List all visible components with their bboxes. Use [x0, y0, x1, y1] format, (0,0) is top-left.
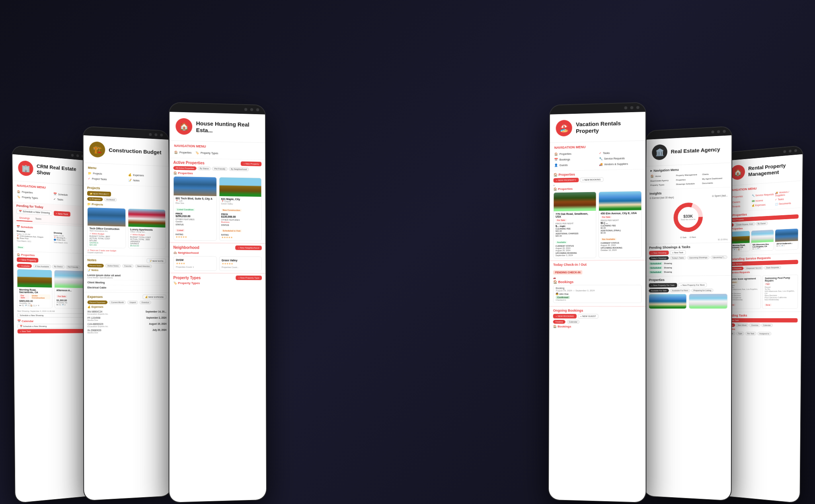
- project-card-1[interactable]: Tech Office Construction Tech Innovation…: [87, 207, 126, 249]
- filter-recent-notes[interactable]: Recent Notes: [87, 264, 103, 268]
- filter-not-available[interactable]: ✗ Not Available: [33, 264, 51, 269]
- neighborhood-card-2[interactable]: Green Valley ★★★★★ Properties Count...: [219, 256, 262, 271]
- neighborhood-card-1[interactable]: Dt/SM ★★★★ Properties Count: 1: [173, 256, 216, 271]
- sr-item-2[interactable]: Swimming Pool Pump Repairs High Repair T…: [762, 274, 798, 309]
- project-card-2[interactable]: Luxury Apartments Urban Living Sol... ✓ …: [128, 208, 166, 249]
- property-h-card-2[interactable]: 621 Maple, City 📍 Charm Green Valley New…: [219, 177, 262, 241]
- nav-a-clients[interactable]: Clients: [702, 171, 727, 177]
- filter-calendar[interactable]: Calendar: [567, 320, 579, 324]
- new-task-calendar-btn[interactable]: + New Task: [18, 329, 89, 334]
- property-h-card-1[interactable]: 801 Tech Blvd, Suite 5, City A 📍 Loft Bl…: [173, 176, 216, 241]
- filter-by-status-h[interactable]: By Status: [197, 167, 211, 171]
- new-property-type-btn[interactable]: + New Property Type: [236, 276, 262, 280]
- new-task-btn[interactable]: + New Task: [54, 211, 70, 216]
- nav-h-properties[interactable]: 🏠Properties: [174, 150, 191, 155]
- filter-available-sale[interactable]: Available For Sale: [649, 289, 669, 292]
- nav-a-my-dashboard[interactable]: My Agent Dashboard: [702, 176, 727, 181]
- tasks-filter-type[interactable]: Type: [736, 332, 744, 335]
- nav-title-5: Navigation Menu: [653, 168, 679, 172]
- tab-showings[interactable]: Showings: [16, 215, 32, 222]
- vacation-card-2[interactable]: 450 Elm Avenue, City E, USA For Sale PRI…: [598, 191, 641, 258]
- filter-dash-requests[interactable]: Dash Requests: [764, 266, 781, 270]
- filter-needs-attention[interactable]: Need Attention: [135, 264, 152, 268]
- nav-a-property-mgmt[interactable]: Property Management: [676, 172, 701, 177]
- filter-tasks-next-week[interactable]: Next Week: [735, 323, 749, 327]
- schedule-calendar-btn[interactable]: 📅 Schedule a New Showing: [18, 324, 89, 329]
- new-neighborhood-btn[interactable]: + New Neighborhood: [236, 245, 262, 250]
- nav-v-properties[interactable]: 🏠Properties: [554, 151, 596, 156]
- new-showing-btn[interactable]: + New Showing: [649, 251, 669, 255]
- nav-a-properties[interactable]: Properties: [676, 177, 701, 182]
- booking-card-1[interactable]: Booking August 29, 2024 — September 3, 2…: [553, 285, 642, 303]
- filter-preparing[interactable]: Preparing for Listing: [691, 288, 714, 292]
- nav-v-tasks[interactable]: ✓Tasks: [599, 150, 641, 156]
- new-task-r-btn[interactable]: + New Task: [726, 318, 797, 323]
- schedule-showing-bottom-btn[interactable]: Schedule a New Showing: [17, 313, 88, 317]
- filter-current-month[interactable]: Current Month: [109, 301, 126, 304]
- filter-tasks-overdue[interactable]: Overdue: [749, 323, 760, 327]
- property-card-1[interactable]: Morning Road, Sacramento, CA For Sale Un…: [17, 269, 53, 308]
- showing-item-3[interactable]: Scheduled Showing: [649, 269, 728, 274]
- new-note-btn[interactable]: 📝 NEW NOTE: [146, 259, 166, 263]
- new-task-a-btn[interactable]: + New Task: [670, 250, 686, 255]
- tasks-filter-per-task[interactable]: Per Task: [745, 332, 756, 335]
- a-property-card-2[interactable]: [689, 294, 728, 309]
- nav-a-real-estate[interactable]: Real Estate Agency: [650, 178, 675, 183]
- nav-v-vendors[interactable]: 🚚Vendors & Suppliers: [599, 161, 641, 167]
- new-booking-btn[interactable]: + NEW BOOKING: [580, 177, 603, 182]
- filter-available[interactable]: ✓ Available: [17, 264, 31, 268]
- filter-by-neighborhood[interactable]: By Neighborhood: [229, 167, 249, 171]
- schedule-showing-btn[interactable]: 📅 Schedule a New Showing: [16, 209, 52, 216]
- filter-all-active[interactable]: All Active Properties: [174, 166, 197, 170]
- filter-tasks-calendar[interactable]: Calendar: [761, 323, 773, 327]
- new-property-v-btn[interactable]: + NEW PROPERTY: [554, 178, 579, 183]
- nav-a-documents[interactable]: Documents: [702, 181, 727, 185]
- nav-v-service-requests[interactable]: 🔧Service Requests: [599, 156, 641, 161]
- nav-notes[interactable]: 📝Notes: [128, 178, 165, 184]
- filter-pet-friendly-h[interactable]: Pet Friendly: [212, 167, 228, 171]
- new-property-rent-btn[interactable]: + New Property For Rent: [678, 283, 707, 287]
- new-guest-btn[interactable]: + NEW GUEST: [578, 314, 599, 319]
- filter-favorite[interactable]: Favorite: [122, 264, 134, 268]
- filter-todays-tasks[interactable]: Today's Tasks: [670, 256, 686, 260]
- new-property-sale-btn[interactable]: + New Property For Sale: [649, 283, 677, 287]
- filter-upcoming-tasks[interactable]: Upcoming T...: [711, 255, 727, 259]
- filter-timeline[interactable]: Timeline: [553, 320, 565, 324]
- new-property-h-btn[interactable]: + New Property: [241, 162, 261, 166]
- new-property-btn[interactable]: + New Property: [17, 257, 39, 263]
- nav-h-property-types[interactable]: 🏷️Property Types: [195, 150, 218, 156]
- a-property-card-1[interactable]: [649, 294, 686, 309]
- nav-v-bookings[interactable]: 📅Bookings: [554, 156, 596, 162]
- filter-available-rent[interactable]: Available For Rent: [670, 289, 690, 292]
- filter-upcoming-showings[interactable]: Upcoming Showings: [687, 256, 710, 260]
- tab-tasks[interactable]: Tasks: [33, 216, 44, 222]
- nav-project-tasks[interactable]: ✓Project Tasks: [88, 176, 125, 182]
- sr-item-1[interactable]: Update lease agreement Medium Repair To …: [726, 275, 761, 309]
- filter-r-create[interactable]: Create Expens. from: [734, 222, 755, 226]
- nav-a-property-types[interactable]: Property Types: [650, 183, 675, 187]
- tasks-filter-assigned[interactable]: Assigned to: [757, 332, 771, 335]
- nav-r-documents[interactable]: 📄 Documents: [775, 201, 798, 206]
- nav-v-guests[interactable]: 👤Guests: [554, 162, 596, 167]
- filter-unqueued[interactable]: Unqueued Service: [744, 266, 763, 270]
- filter-in-progress[interactable]: In Progress: [87, 197, 103, 201]
- nav-a-showings[interactable]: Showings Schedule: [676, 181, 701, 186]
- nav-a-home[interactable]: 🏠Home: [650, 173, 675, 179]
- filter-active-notes[interactable]: Active Notes: [105, 264, 121, 268]
- r-property-card-2[interactable]: 520 Afternoon Ave, Los Angeles, CA 🛏 2 |…: [751, 230, 774, 251]
- filter-by-status[interactable]: By Status: [52, 265, 65, 269]
- nav-r-expenses[interactable]: 💰 Expenses: [752, 202, 774, 208]
- new-project-btn[interactable]: 📁 NEW PROJECT: [87, 191, 111, 197]
- vacation-card-1[interactable]: 779 Oak Road, Smalltown, USA For Sale PR…: [553, 192, 596, 259]
- filter-overdue[interactable]: Overdue: [139, 301, 151, 304]
- filter-recent-expenses[interactable]: Recent Expenses: [88, 300, 108, 304]
- filter-unpaid[interactable]: Unpaid: [127, 301, 138, 304]
- nav-r-tenants[interactable]: 👥 Tenants: [729, 204, 751, 209]
- filter-pet-friendly[interactable]: Pet Friendly: [66, 265, 80, 269]
- filter-todays-showings[interactable]: Today's Showings: [649, 256, 669, 260]
- filter-r-by-owner[interactable]: By Owner: [756, 222, 768, 226]
- new-expense-btn[interactable]: 💰 NEW EXPENSE: [143, 294, 166, 299]
- filter-archived[interactable]: Archived: [104, 198, 117, 202]
- r-property-card-3[interactable]: 22714 Anderson... 🛏 4 | 🚿 2: [775, 228, 799, 251]
- new-booking-ongoing-btn[interactable]: + NEW BOOKING: [553, 314, 577, 318]
